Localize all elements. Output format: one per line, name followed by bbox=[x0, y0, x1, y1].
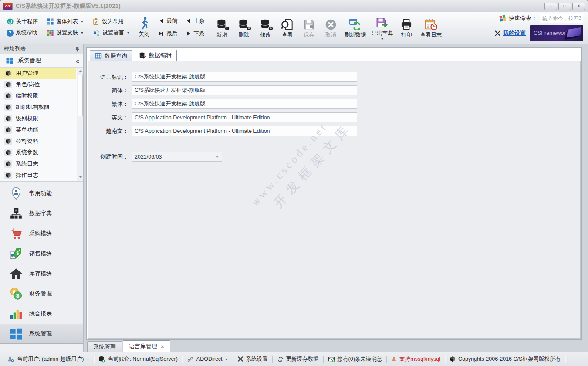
module-group-header[interactable]: 系统管理 « bbox=[0, 54, 83, 68]
field-label: 英文： bbox=[88, 114, 128, 122]
group-common-functions[interactable]: 常用功能 bbox=[0, 183, 83, 203]
refresh-data-button[interactable]: 刷新数据 bbox=[342, 14, 368, 41]
create-time-value: 2021/06/03 bbox=[135, 154, 162, 160]
help-button[interactable]: ? 系统帮助 bbox=[7, 29, 38, 37]
close-tab-icon[interactable]: × bbox=[161, 343, 164, 350]
simplified-chinese-input[interactable] bbox=[132, 85, 357, 95]
cube-icon bbox=[4, 115, 12, 122]
database-add-icon bbox=[98, 356, 105, 363]
delete-button[interactable]: × 删除 bbox=[233, 14, 254, 41]
module-panel-header: 模块列表 bbox=[0, 44, 83, 54]
language-form: 语言标识： 简体： 繁体： 英文： bbox=[88, 61, 580, 162]
group-purchase-module[interactable]: 采购模块 bbox=[0, 224, 83, 244]
scroll-up-icon[interactable] bbox=[79, 70, 82, 72]
view-button[interactable]: 查看 bbox=[277, 14, 297, 41]
ado-direct-label: ADODirect bbox=[196, 356, 223, 362]
group-finance-management[interactable]: €$ 财务管理 bbox=[0, 284, 83, 304]
add-button[interactable]: + 新增 bbox=[211, 14, 232, 41]
doc-tab-language-management[interactable]: 语言库管理 × bbox=[123, 340, 170, 352]
set-skin-label: 设置皮肤 bbox=[56, 29, 78, 37]
set-skin-button[interactable]: 设置皮肤 ▼ bbox=[47, 29, 84, 37]
sidebar-module-item[interactable]: 系统日志 bbox=[0, 158, 76, 169]
laptop-icon bbox=[567, 27, 581, 38]
set-favorite-button[interactable]: 设为常用 bbox=[92, 18, 130, 25]
language-id-input[interactable] bbox=[132, 72, 357, 82]
print-button[interactable]: 打印 bbox=[396, 14, 417, 41]
ado-direct-status[interactable]: ADODirect ▼ bbox=[182, 356, 233, 363]
create-time-dropdown[interactable]: 2021/06/03 bbox=[132, 152, 222, 162]
tab-data-edit[interactable]: 数据编辑 bbox=[134, 50, 177, 61]
group-data-dictionary[interactable]: 数据字典 bbox=[0, 203, 83, 224]
nav-first-button[interactable]: 最前 bbox=[159, 17, 178, 25]
sidebar-module-item[interactable]: 操作日志 bbox=[0, 169, 76, 181]
group-label: 常用功能 bbox=[29, 190, 52, 197]
toolbar-big-buttons: + 新增 × 删除 ✎ 修改 查看 保存 取消 bbox=[211, 14, 444, 41]
window-title: C/S系统快速开发框架-旗舰版V5.1(2021) bbox=[16, 2, 121, 10]
help-label: 系统帮助 bbox=[16, 29, 37, 37]
nav-next-button[interactable]: 下条 bbox=[187, 30, 204, 37]
scroll-thumb[interactable] bbox=[78, 75, 83, 116]
close-form-button[interactable]: 关闭 bbox=[137, 17, 152, 38]
sidebar-module-item[interactable]: 级别权限 bbox=[0, 113, 76, 124]
modify-button[interactable]: ✎ 修改 bbox=[255, 14, 276, 41]
cube-icon bbox=[4, 149, 12, 156]
group-reports[interactable]: 综合报表 bbox=[0, 304, 83, 324]
plus-badge-icon: + bbox=[225, 26, 230, 31]
support-status[interactable]: 支持mssql/mysql bbox=[387, 356, 445, 363]
minimize-button[interactable]: – bbox=[544, 3, 557, 10]
group-sales-module[interactable]: $ 销售模块 bbox=[0, 244, 83, 264]
close-window-button[interactable]: × bbox=[572, 3, 585, 10]
support-person-icon bbox=[391, 356, 397, 362]
maximize-button[interactable]: □ bbox=[558, 3, 571, 10]
cube-icon bbox=[4, 104, 12, 111]
sidebar-module-item[interactable]: 临时权限 bbox=[0, 90, 76, 102]
module-list: 用户管理 角色/岗位 临时权限 组织机构权限 级别权限 bbox=[0, 68, 83, 182]
set-language-button[interactable]: AB 设置语言 ▼ bbox=[92, 29, 130, 37]
nav-previous-button[interactable]: 上条 bbox=[187, 17, 204, 25]
traditional-chinese-input[interactable] bbox=[132, 99, 357, 109]
nav-next-label: 下条 bbox=[193, 30, 204, 37]
sidebar-module-item[interactable]: 组织机构权限 bbox=[0, 102, 76, 113]
cancel-label: 取消 bbox=[325, 31, 336, 39]
save-button: 保存 bbox=[298, 14, 319, 41]
sidebar-module-item[interactable]: 用户管理 bbox=[0, 68, 76, 79]
current-account-status[interactable]: 当前账套: Normal(SqlServer) bbox=[94, 356, 182, 363]
scroll-down-icon[interactable] bbox=[79, 176, 82, 178]
my-settings-link[interactable]: 我的设置 bbox=[494, 29, 526, 37]
sidebar-module-item[interactable]: 角色/岗位 bbox=[0, 79, 76, 90]
windows-icon bbox=[9, 327, 23, 341]
window-list-button[interactable]: 窗体列表 ▼ bbox=[47, 18, 84, 25]
doc-tab-system-management[interactable]: 系统管理 bbox=[87, 341, 122, 352]
module-list-scrollbar[interactable] bbox=[77, 68, 83, 181]
sidebar-module-item[interactable]: 菜单功能 bbox=[0, 124, 76, 136]
export-dictionary-button[interactable]: 导出字典 ▼ bbox=[369, 14, 395, 41]
cart-icon bbox=[9, 227, 23, 241]
current-user-status[interactable]: 当前用户: (admin-超级用户) ▼ bbox=[3, 356, 94, 363]
refresh-cache-status[interactable]: 更新缓存数据 bbox=[273, 356, 323, 363]
group-inventory-module[interactable]: 库存模块 bbox=[0, 264, 83, 284]
tab-label: 数据编辑 bbox=[149, 51, 172, 59]
vietnamese-input[interactable] bbox=[132, 126, 357, 136]
pencil-badge-icon: ✎ bbox=[268, 26, 273, 31]
coins-icon: €$ bbox=[9, 287, 23, 301]
module-item-label: 系统参数 bbox=[16, 149, 38, 156]
user-gear-icon bbox=[7, 356, 14, 363]
system-settings-status[interactable]: 系统设置 bbox=[233, 356, 272, 363]
sidebar-module-item[interactable]: 公司资料 bbox=[0, 136, 76, 147]
quick-command-input[interactable] bbox=[540, 14, 583, 23]
tab-data-query[interactable]: 数据查询 bbox=[90, 50, 132, 61]
pin-icon[interactable] bbox=[75, 46, 80, 52]
view-log-button[interactable]: 查看日志 bbox=[418, 14, 444, 41]
nav-last-button[interactable]: 最后 bbox=[159, 30, 178, 37]
unread-messages-status[interactable]: 您有(0)条未读消息 bbox=[324, 356, 387, 363]
sidebar-module-item[interactable]: 系统参数 bbox=[0, 147, 76, 158]
group-label: 数据字典 bbox=[29, 210, 52, 217]
about-button[interactable]: 关于程序 bbox=[7, 18, 38, 25]
chevron-down-icon: ▼ bbox=[225, 358, 228, 361]
save-label: 保存 bbox=[304, 31, 314, 39]
collapse-icon[interactable]: « bbox=[76, 57, 79, 64]
group-system-management[interactable]: 系统管理 bbox=[0, 324, 83, 344]
english-input[interactable] bbox=[132, 112, 357, 122]
field-label: 简体： bbox=[88, 87, 128, 95]
next-icon bbox=[187, 31, 190, 36]
